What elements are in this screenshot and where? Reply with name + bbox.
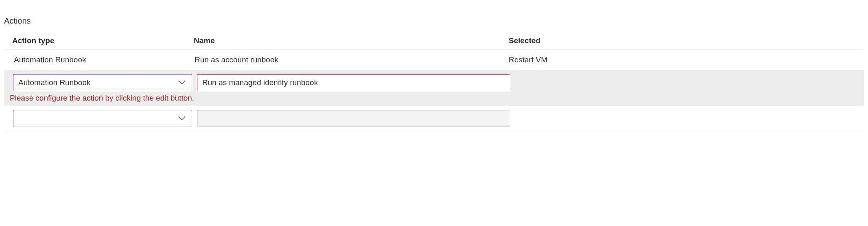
name-input[interactable] — [197, 74, 510, 91]
section-title: Actions — [4, 16, 864, 26]
header-action-type: Action type — [8, 36, 191, 45]
error-message: Please configure the action by clicking … — [8, 91, 860, 103]
table-row — [4, 106, 864, 132]
header-name: Name — [191, 36, 509, 45]
name-input-empty[interactable] — [197, 110, 510, 127]
row1-action-type: Automation Runbook — [8, 55, 191, 64]
table-row: Automation Runbook Please configure the … — [4, 70, 864, 106]
table-row: Automation Runbook Run as account runboo… — [4, 50, 864, 70]
row1-name: Run as account runbook — [191, 55, 509, 64]
actions-table: Action type Name Selected Automation Run… — [4, 33, 864, 132]
action-type-select-value: Automation Runbook — [18, 78, 90, 87]
action-type-select[interactable]: Automation Runbook — [13, 74, 192, 91]
row1-selected: Restart VM — [509, 55, 860, 64]
action-type-select-empty[interactable] — [13, 110, 192, 127]
header-selected: Selected — [509, 36, 860, 45]
table-header-row: Action type Name Selected — [4, 33, 864, 50]
